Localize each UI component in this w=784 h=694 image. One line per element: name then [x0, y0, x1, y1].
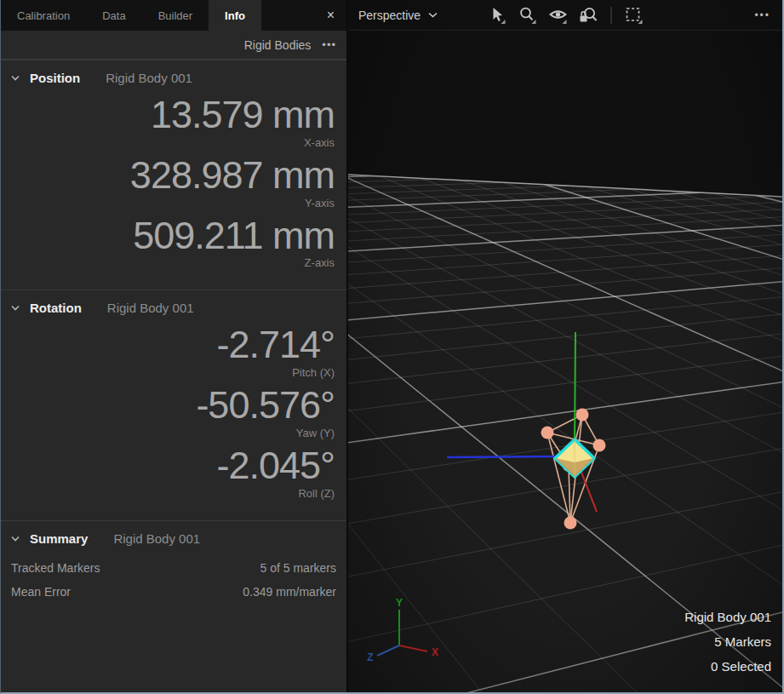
view-mode-dropdown[interactable]: Perspective	[358, 9, 438, 22]
rigid-bodies-title: Rigid Bodies	[244, 38, 312, 52]
tab-calibration[interactable]: Calibration	[1, 0, 86, 31]
rotation-pitch-value: -2.714°	[13, 325, 335, 365]
body-y-axis-line	[575, 332, 575, 450]
select-cursor-icon[interactable]	[487, 5, 507, 26]
position-x-row: 13.579 mm X-axis	[13, 95, 335, 149]
viewport-3d[interactable]: Y X Z Perspective	[348, 0, 782, 692]
mean-error-value: 0.349 mm/marker	[243, 585, 336, 599]
collapse-chevron-icon[interactable]	[11, 536, 30, 542]
chevron-down-icon	[428, 12, 438, 18]
position-z-row: 509.211 mm Z-axis	[13, 216, 335, 270]
viewport-toolbar: Perspective	[348, 0, 782, 31]
rigid-bodies-menu-icon[interactable]: •••	[322, 38, 336, 51]
rotation-roll-value: -2.045°	[13, 446, 335, 486]
tracked-markers-label: Tracked Markers	[11, 561, 100, 575]
tracked-markers-row: Tracked Markers 5 of 5 markers	[1, 556, 346, 580]
rotation-roll-label: Roll (Z)	[13, 487, 335, 500]
position-body-name: Rigid Body 001	[106, 71, 192, 85]
tracked-markers-value: 5 of 5 markers	[260, 561, 336, 575]
rigid-bodies-header: Rigid Bodies •••	[1, 31, 346, 60]
summary-section-title: Summary	[30, 531, 88, 546]
collapse-chevron-icon[interactable]	[11, 305, 30, 311]
position-z-label: Z-axis	[13, 256, 335, 269]
summary-section: Summary Rigid Body 001 Tracked Markers 5…	[1, 520, 346, 612]
marquee-select-icon[interactable]	[624, 5, 644, 26]
mean-error-row: Mean Error 0.349 mm/marker	[1, 580, 346, 604]
collapse-chevron-icon[interactable]	[11, 75, 30, 81]
hud-body-name: Rigid Body 001	[684, 605, 771, 629]
view-mode-label: Perspective	[358, 9, 421, 22]
gizmo-z-label: Z	[367, 651, 373, 663]
summary-section-header: Summary Rigid Body 001	[1, 521, 346, 551]
pane-tabbar: Calibration Data Builder Info ×	[1, 0, 346, 31]
tab-info[interactable]: Info	[209, 0, 261, 31]
marker-dot[interactable]	[564, 517, 577, 530]
scene-canvas[interactable]: Y X Z	[348, 0, 782, 692]
position-section-header: Position Rigid Body 001	[1, 60, 346, 90]
position-x-value: 13.579 mm	[13, 95, 335, 135]
position-y-value: 328.987 mm	[13, 156, 335, 196]
rotation-section-header: Rotation Rigid Body 001	[1, 290, 346, 320]
rotation-section-title: Rotation	[30, 301, 82, 315]
rotation-yaw-label: Yaw (Y)	[13, 427, 335, 439]
hud-selected-count: 0 Selected	[684, 654, 771, 679]
rotation-body-name: Rigid Body 001	[107, 301, 194, 315]
gizmo-x-label: X	[432, 646, 438, 658]
zoom-icon[interactable]	[518, 5, 538, 26]
position-x-label: X-axis	[13, 136, 335, 149]
viewport-tools	[487, 5, 644, 26]
more-options-icon[interactable]: •••	[753, 8, 772, 23]
application-window: Calibration Data Builder Info × Rigid Bo…	[0, 0, 784, 694]
body-z-axis-line	[447, 456, 561, 457]
rotation-pitch-label: Pitch (X)	[13, 366, 335, 379]
tab-data[interactable]: Data	[86, 0, 141, 31]
position-section: Position Rigid Body 001 13.579 mm X-axis…	[1, 60, 346, 290]
tab-builder[interactable]: Builder	[142, 0, 209, 31]
rotation-roll-row: -2.045° Roll (Z)	[13, 446, 335, 500]
rotation-pitch-row: -2.714° Pitch (X)	[13, 325, 335, 379]
position-y-label: Y-axis	[13, 197, 335, 209]
rotation-section: Rotation Rigid Body 001 -2.714° Pitch (X…	[1, 290, 346, 519]
position-y-row: 328.987 mm Y-axis	[13, 156, 335, 209]
position-z-value: 509.211 mm	[13, 216, 335, 256]
marker-dot[interactable]	[593, 439, 606, 452]
marker-dot[interactable]	[576, 409, 589, 422]
toolbar-divider	[611, 7, 612, 24]
selection-hud: Rigid Body 001 5 Markers 0 Selected	[684, 605, 771, 679]
visibility-eye-icon[interactable]	[548, 5, 569, 26]
gizmo-y-label: Y	[396, 597, 403, 609]
mean-error-label: Mean Error	[11, 585, 71, 599]
info-pane: Calibration Data Builder Info × Rigid Bo…	[1, 0, 348, 692]
summary-body-name: Rigid Body 001	[113, 531, 200, 546]
position-section-title: Position	[30, 71, 80, 85]
close-pane-icon[interactable]: ×	[315, 7, 346, 24]
hud-marker-count: 5 Markers	[684, 629, 771, 654]
zoom-lock-icon[interactable]	[579, 5, 599, 26]
rotation-yaw-row: -50.576° Yaw (Y)	[13, 386, 335, 439]
marker-dot[interactable]	[541, 427, 554, 439]
rotation-yaw-value: -50.576°	[13, 386, 335, 426]
